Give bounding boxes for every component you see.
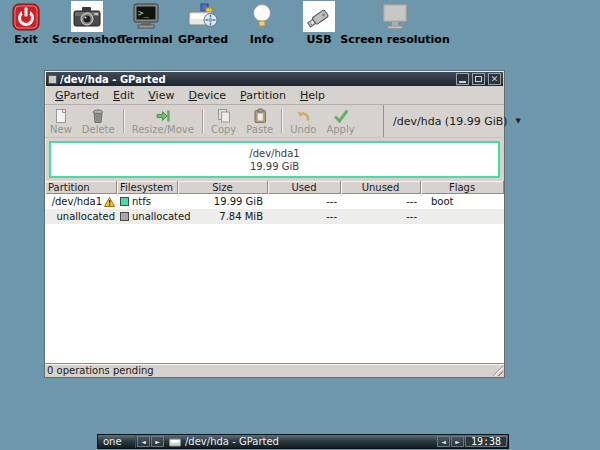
close-button[interactable]: ✕ xyxy=(488,73,501,85)
gparted-window: /dev/hda - GParted ✕ GParted Edit View D… xyxy=(44,70,505,378)
desktop-icon-info[interactable]: Info xyxy=(240,1,284,46)
column-header-filesystem[interactable]: Filesystem xyxy=(117,181,178,194)
table-row[interactable]: unallocated unallocated 7.84 MiB --- --- xyxy=(45,209,504,224)
minimize-button[interactable] xyxy=(456,73,469,85)
unused-cell: --- xyxy=(341,194,421,209)
filesystem-color-swatch xyxy=(120,197,129,206)
toolbar: New Delete Resize/Move Copy Paste Undo A… xyxy=(45,105,504,138)
new-button[interactable]: New xyxy=(45,105,77,137)
clock[interactable]: 19:38 xyxy=(465,436,507,447)
workspace-next-button[interactable]: ► xyxy=(151,436,164,447)
partition-block-size: 19.99 GiB xyxy=(250,160,299,173)
desktop-icon-screen-resolution[interactable]: Screen resolution xyxy=(342,1,448,46)
task-drive-icon xyxy=(169,437,181,447)
task-prev-button[interactable]: ◄ xyxy=(437,436,450,447)
maximize-icon xyxy=(475,76,482,82)
window-title: /dev/hda - GParted xyxy=(60,73,453,86)
resize-grip[interactable] xyxy=(492,365,503,376)
task-next-button[interactable]: ► xyxy=(451,436,464,447)
new-doc-icon xyxy=(53,108,69,124)
desktop-icon-screenshot[interactable]: Screenshot xyxy=(54,1,120,46)
flags-cell: boot xyxy=(421,194,504,209)
usb-stick-icon xyxy=(303,1,335,32)
minimize-icon xyxy=(459,81,466,83)
desktop-icon-label: Screen resolution xyxy=(340,33,449,46)
partition-path: /dev/hda1 xyxy=(52,196,102,207)
table-row[interactable]: /dev/hda1 ntfs 19.99 GiB --- --- boot xyxy=(45,194,504,209)
device-selector-value: /dev/hda (19.99 GiB) xyxy=(393,115,508,128)
workspace-label[interactable]: one xyxy=(98,435,136,448)
disk-gear-icon xyxy=(188,1,218,32)
toolbar-separator xyxy=(281,109,282,133)
resize-move-button[interactable]: Resize/Move xyxy=(127,105,199,137)
lightbulb-icon xyxy=(250,1,274,32)
right-arrow-icon: ► xyxy=(155,438,160,445)
window-titlebar[interactable]: /dev/hda - GParted ✕ xyxy=(46,72,503,86)
apply-button[interactable]: Apply xyxy=(321,105,359,137)
column-header-partition[interactable]: Partition xyxy=(45,181,117,194)
menu-gparted[interactable]: GParted xyxy=(48,87,106,104)
copy-icon xyxy=(216,108,232,124)
filesystem-color-swatch xyxy=(120,212,129,221)
desktop-icon-gparted[interactable]: GParted xyxy=(176,1,230,46)
desktop-icon-terminal[interactable]: >_ Terminal xyxy=(120,1,172,46)
column-header-unused[interactable]: Unused xyxy=(341,181,421,194)
desktop-icon-exit[interactable]: Exit xyxy=(6,1,46,46)
filesystem-name: ntfs xyxy=(132,196,151,207)
column-header-flags[interactable]: Flags xyxy=(421,181,504,194)
menu-edit[interactable]: Edit xyxy=(106,87,141,104)
right-arrow-icon: ► xyxy=(455,438,460,445)
trash-icon xyxy=(90,108,106,124)
device-selector[interactable]: /dev/hda (19.99 GiB) ▼ xyxy=(383,105,504,137)
maximize-button[interactable] xyxy=(472,73,485,85)
size-cell: 19.99 GiB xyxy=(178,194,268,209)
resize-arrow-icon xyxy=(155,108,171,124)
delete-button[interactable]: Delete xyxy=(77,105,120,137)
menu-view[interactable]: View xyxy=(141,87,181,104)
monitor-icon xyxy=(380,1,410,32)
terminal-icon: >_ xyxy=(132,1,160,32)
desktop-icon-label: Exit xyxy=(14,33,38,46)
desktop-icon-label: Screenshot xyxy=(52,33,122,46)
toolbar-spacer xyxy=(360,105,383,137)
menubar: GParted Edit View Device Partition Help xyxy=(45,86,504,105)
flags-cell xyxy=(421,209,504,224)
desktop-icon-usb[interactable]: USB xyxy=(296,1,342,46)
svg-text:>_: >_ xyxy=(138,8,149,18)
used-cell: --- xyxy=(268,209,341,224)
desktop-icon-label: USB xyxy=(306,33,331,46)
partition-table: Partition Filesystem Size Used Unused Fl… xyxy=(45,181,504,363)
window-icon xyxy=(48,75,57,84)
menu-help[interactable]: Help xyxy=(293,87,332,104)
partition-block[interactable]: /dev/hda1 19.99 GiB xyxy=(49,141,500,178)
desktop-icon-label: GParted xyxy=(178,33,228,46)
workspace-prev-button[interactable]: ◄ xyxy=(137,436,150,447)
dropdown-arrow-icon: ▼ xyxy=(512,117,521,125)
menu-device[interactable]: Device xyxy=(181,87,233,104)
power-icon xyxy=(12,1,40,32)
taskbar: one ◄ ► /dev/hda - GParted ◄ ► 19:38 xyxy=(97,434,509,449)
warning-icon xyxy=(104,197,115,207)
column-header-used[interactable]: Used xyxy=(268,181,341,194)
column-header-size[interactable]: Size xyxy=(178,181,268,194)
partition-path: unallocated xyxy=(56,211,115,222)
partition-block-label: /dev/hda1 xyxy=(249,147,299,160)
apply-check-icon xyxy=(333,108,349,124)
paste-button[interactable]: Paste xyxy=(241,105,278,137)
toolbar-separator xyxy=(202,109,203,133)
copy-button[interactable]: Copy xyxy=(206,105,241,137)
desktop-icon-label: Info xyxy=(250,33,274,46)
desktop-icon-label: Terminal xyxy=(119,33,172,46)
paste-icon xyxy=(252,108,268,124)
close-icon: ✕ xyxy=(491,75,499,84)
undo-icon xyxy=(295,108,311,124)
undo-button[interactable]: Undo xyxy=(285,105,321,137)
left-arrow-icon: ◄ xyxy=(441,438,446,445)
left-arrow-icon: ◄ xyxy=(141,438,146,445)
taskbar-task-gparted[interactable]: /dev/hda - GParted xyxy=(164,435,436,448)
used-cell: --- xyxy=(268,194,341,209)
menu-partition[interactable]: Partition xyxy=(233,87,293,104)
table-header: Partition Filesystem Size Used Unused Fl… xyxy=(45,181,504,194)
statusbar-text: 0 operations pending xyxy=(47,365,154,376)
camera-icon xyxy=(71,1,103,32)
